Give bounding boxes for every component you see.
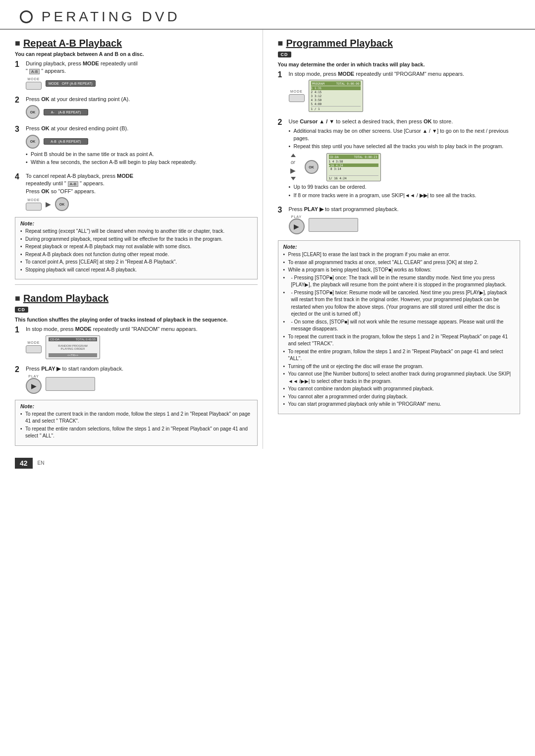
random-step2-content: Press PLAY ▶ to start random playback. P… — [26, 365, 258, 396]
prog-step2-bullet1: Additional tracks may be on other screen… — [289, 127, 521, 142]
random-step2: 2 Press PLAY ▶ to start random playback.… — [15, 365, 258, 396]
random-mode-btn: MODE — [26, 341, 42, 353]
note-item-4: Repeat A-B playback does not function du… — [20, 251, 252, 259]
prog-bullet-99: Up to 99 tracks can be ordered. — [289, 183, 521, 191]
prog-step2-text: Use Cursor ▲ / ▼ to select a desired tra… — [289, 118, 521, 125]
programmed-section-title: ■ Programmed Playback — [278, 38, 521, 49]
random-note-box: Note: To repeat the current track in the… — [15, 400, 258, 446]
prog-cursor-bold: Cursor ▲ / ▼ — [300, 118, 334, 124]
step4-num: 4 — [15, 172, 23, 213]
programmed-step2: 2 Use Cursor ▲ / ▼ to select a desired t… — [278, 118, 521, 201]
page-header: PERATING DVD — [0, 0, 535, 30]
random-play-btn: ▶ — [26, 378, 42, 394]
note-item-5: To cancel point A, press [CLEAR] at step… — [20, 259, 252, 266]
prog-note-list: Press [CLEAR] to erase the last track in… — [283, 251, 515, 408]
repeat-ab-subtitle: You can repeat playback between A and B … — [15, 51, 258, 57]
programmed-title: Programmed Playback — [286, 38, 393, 49]
prog-step1-text: In stop mode, press MODE repeatedly unti… — [289, 70, 521, 78]
programmed-checkmark-icon: ■ — [278, 38, 283, 49]
ts-footer: 1 / 1 — [311, 106, 361, 110]
cursor-down-icon — [291, 177, 296, 180]
random-screen-header-cd: CD-DA — [50, 338, 59, 341]
repeat-ab-section-title: ■ Repeat A-B Playback — [15, 38, 258, 49]
programmed-step1: 1 In stop mode, press MODE repeatedly un… — [278, 70, 521, 114]
prog-cursor-up — [291, 154, 296, 157]
ts-track-4: 4 3:50 — [311, 98, 322, 102]
step4-ok-bold: OK — [41, 188, 50, 194]
step3-imgs: OK A-B (A-B REPEAT) — [26, 135, 258, 149]
prog-play-bold: PLAY ▶ — [304, 206, 323, 212]
ts-row-2: 2 4:15 — [311, 90, 361, 94]
step1-badge: A‑B — [29, 69, 40, 74]
prog-ts-cd-label: CD-DA — [330, 155, 339, 159]
step1-mode-button: MODE — [26, 77, 42, 90]
ts-track-2: 2 4:15 — [311, 90, 322, 94]
note-title: Note: — [20, 220, 252, 226]
ts-row-1: 1 1:31 — [311, 86, 361, 90]
prog-cursor-down — [291, 177, 296, 180]
page-title: PERATING DVD — [20, 9, 180, 25]
prog-play-btn: ▶ — [289, 218, 305, 234]
random-play-bold: PLAY ▶ — [41, 366, 60, 372]
step1-content: During playback, press MODE repeatedly u… — [26, 60, 258, 92]
random-cd-badge-wrap: CD — [15, 306, 258, 315]
prog-ts-row2: ►16 4:24 — [329, 163, 378, 167]
repeat-ab-note-box: Note: Repeat setting (except "ALL") will… — [15, 217, 258, 279]
prog-note-6: - On some discs, [STOP■] will not work w… — [283, 319, 515, 333]
prog-note-10: You cannot use [the Number buttons] to s… — [283, 371, 515, 385]
random-step1-content: In stop mode, press MODE repeatedly unti… — [26, 325, 258, 361]
repeat-ab-step1: 1 During playback, press MODE repeatedly… — [15, 60, 258, 92]
o-circle-icon — [20, 10, 33, 23]
or-label: or — [291, 160, 295, 165]
ts-track-1: 1 1:31 — [311, 86, 322, 90]
prog-play-screen — [309, 218, 358, 232]
random-screen-header-total: TOTAL 0:43:55 — [76, 338, 96, 341]
random-cd-badge: CD — [15, 307, 28, 313]
programmed-cd-badge: CD — [278, 52, 291, 57]
note-item-1: Repeat setting (except "ALL") will be cl… — [20, 228, 252, 235]
prog-ok-btn: OK — [305, 160, 319, 174]
random-note-title: Note: — [20, 403, 252, 409]
ts-header: PROGRAM TOTAL 0:00:00 — [311, 81, 361, 86]
programmed-step3: 3 Press PLAY ▶ to start programmed playb… — [278, 206, 521, 236]
programmed-subtitle: You may determine the order in which tra… — [278, 61, 521, 67]
random-checkmark-icon: ■ — [15, 293, 20, 304]
prog-step3-text: Press PLAY ▶ to start programmed playbac… — [289, 206, 521, 213]
prog-note-9: Turning off the unit or ejecting the dis… — [283, 363, 515, 371]
step2-content: Press OK at your desired starting point … — [26, 96, 258, 121]
play-label: PLAY — [28, 375, 39, 378]
bullet1: Point B should be in the same title or t… — [26, 151, 258, 158]
random-mode-label: MODE — [28, 341, 40, 344]
divider1 — [15, 284, 258, 285]
prog-note-7: To repeat the current track in the progr… — [283, 333, 515, 348]
prog-step3-num: 3 — [278, 206, 286, 236]
step3-text: Press OK at your desired ending point (B… — [26, 125, 258, 132]
prog-step1-mode-bold: MODE — [338, 71, 354, 77]
note-item-2: During programmed playback, repeat setti… — [20, 236, 252, 243]
prog-mode-label: MODE — [290, 90, 303, 93]
step3-num: 3 — [15, 125, 23, 168]
step3-bullets: Point B should be in the same title or t… — [26, 151, 258, 166]
prog-mode-shape — [289, 94, 305, 102]
prog-note-5: - Pressing [STOP■] twice: Resume mode wi… — [283, 289, 515, 318]
random-screen-body: RANDOM PROGRAMPLAYING ORDER — [49, 342, 97, 352]
prog-ts-header2: CD-DA TOTAL 0:00:23 — [329, 155, 378, 159]
prog-step2-screen: CD-DA TOTAL 0:00:23 1 4 3:58 ►16 4:24 8 … — [326, 153, 381, 181]
random-section-title: ■ Random Playback — [15, 293, 258, 304]
step1-imgs: MODE MODE OFF (A-B REPEAT) — [26, 77, 258, 90]
prog-cursor-nav: or ▶ — [289, 153, 298, 181]
prog-mode-btn: MODE — [289, 90, 305, 102]
step4-text: To cancel repeat A-B playback, press MOD… — [26, 172, 258, 195]
prog-step1-content: In stop mode, press MODE repeatedly unti… — [289, 70, 521, 114]
prog-ts-t3: 8 3:14 — [329, 167, 341, 171]
prog-note-8: To repeat the entire program, follow the… — [283, 348, 515, 363]
step4-mode-bold: MODE — [117, 173, 133, 179]
step2-text: Press OK at your desired starting point … — [26, 96, 258, 103]
prog-ts-t4 — [329, 171, 338, 175]
prog-step2-content: Use Cursor ▲ / ▼ to select a desired tra… — [289, 118, 521, 201]
step2-ok-bold: OK — [41, 96, 50, 102]
random-step1-imgs: MODE CD-DA TOTAL 0:43:55 RANDOM PROGRAMP… — [26, 335, 258, 359]
random-play-screen — [46, 377, 95, 391]
note-list: Repeat setting (except "ALL") will be cl… — [20, 228, 252, 273]
page: PERATING DVD ■ Repeat A-B Playback You c… — [0, 0, 535, 756]
